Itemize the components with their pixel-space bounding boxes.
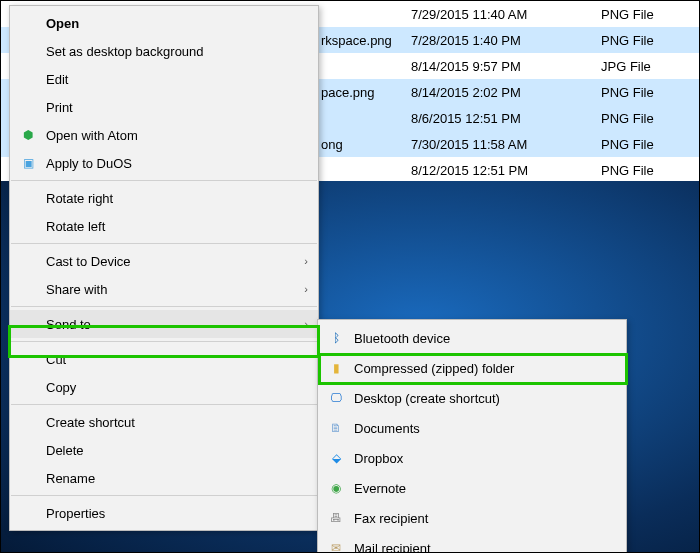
submenu-label: Bluetooth device (354, 331, 450, 346)
dropbox-icon: ⬙ (328, 450, 344, 466)
submenu-documents[interactable]: 🗎Documents (318, 413, 626, 443)
submenu-label: Dropbox (354, 451, 403, 466)
file-type: PNG File (601, 137, 691, 152)
menu-rotate-left[interactable]: Rotate left (10, 212, 318, 240)
menu-label: Cast to Device (46, 254, 131, 269)
menu-edit[interactable]: Edit (10, 65, 318, 93)
menu-label: Rotate left (46, 219, 105, 234)
file-name: pace.png (321, 85, 411, 100)
file-type: PNG File (601, 163, 691, 178)
menu-separator (11, 306, 317, 307)
file-date: 8/6/2015 12:51 PM (411, 111, 601, 126)
mail-icon: ✉ (328, 540, 344, 553)
menu-label: Share with (46, 282, 107, 297)
menu-label: Print (46, 100, 73, 115)
menu-cut[interactable]: Cut (10, 345, 318, 373)
submenu-mail-recipient[interactable]: ✉Mail recipient (318, 533, 626, 553)
menu-label: Create shortcut (46, 415, 135, 430)
file-date: 8/14/2015 2:02 PM (411, 85, 601, 100)
desktop-icon: 🖵 (328, 390, 344, 406)
submenu-bluetooth-device[interactable]: ᛒBluetooth device (318, 323, 626, 353)
menu-label: Properties (46, 506, 105, 521)
file-name: ong (321, 137, 411, 152)
menu-send-to[interactable]: Send to› (10, 310, 318, 338)
menu-open-with-atom[interactable]: Open with Atom⬢ (10, 121, 318, 149)
file-date: 7/28/2015 1:40 PM (411, 33, 601, 48)
submenu-fax-recipient[interactable]: 🖷Fax recipient (318, 503, 626, 533)
atom-icon: ⬢ (20, 127, 36, 143)
menu-label: Open with Atom (46, 128, 138, 143)
submenu-label: Fax recipient (354, 511, 428, 526)
evernote-icon: ◉ (328, 480, 344, 496)
file-type: PNG File (601, 33, 691, 48)
menu-label: Delete (46, 443, 84, 458)
zip-icon: ▮ (328, 360, 344, 376)
chevron-right-icon: › (304, 318, 308, 330)
menu-label: Apply to DuOS (46, 156, 132, 171)
menu-set-as-desktop-background[interactable]: Set as desktop background (10, 37, 318, 65)
menu-rename[interactable]: Rename (10, 464, 318, 492)
chevron-right-icon: › (304, 283, 308, 295)
menu-label: Set as desktop background (46, 44, 204, 59)
menu-label: Send to (46, 317, 91, 332)
file-date: 8/12/2015 12:51 PM (411, 163, 601, 178)
bluetooth-icon: ᛒ (328, 330, 344, 346)
submenu-desktop-create-shortcut-[interactable]: 🖵Desktop (create shortcut) (318, 383, 626, 413)
menu-apply-to-duos[interactable]: Apply to DuOS▣ (10, 149, 318, 177)
chevron-right-icon: › (304, 255, 308, 267)
menu-label: Copy (46, 380, 76, 395)
menu-cast-to-device[interactable]: Cast to Device› (10, 247, 318, 275)
submenu-label: Documents (354, 421, 420, 436)
submenu-label: Compressed (zipped) folder (354, 361, 514, 376)
file-date: 8/14/2015 9:57 PM (411, 59, 601, 74)
menu-copy[interactable]: Copy (10, 373, 318, 401)
fax-icon: 🖷 (328, 510, 344, 526)
submenu-label: Evernote (354, 481, 406, 496)
file-type: PNG File (601, 7, 691, 22)
file-type: JPG File (601, 59, 691, 74)
file-name: rkspace.png (321, 33, 411, 48)
submenu-label: Desktop (create shortcut) (354, 391, 500, 406)
sendto-submenu: ᛒBluetooth device▮Compressed (zipped) fo… (317, 319, 627, 553)
submenu-compressed-zipped-folder[interactable]: ▮Compressed (zipped) folder (318, 353, 626, 383)
menu-separator (11, 341, 317, 342)
menu-separator (11, 404, 317, 405)
menu-create-shortcut[interactable]: Create shortcut (10, 408, 318, 436)
menu-open[interactable]: Open (10, 9, 318, 37)
menu-separator (11, 495, 317, 496)
file-date: 7/30/2015 11:58 AM (411, 137, 601, 152)
menu-label: Cut (46, 352, 66, 367)
menu-properties[interactable]: Properties (10, 499, 318, 527)
context-menu: OpenSet as desktop backgroundEditPrintOp… (9, 5, 319, 531)
menu-label: Edit (46, 72, 68, 87)
menu-label: Rotate right (46, 191, 113, 206)
documents-icon: 🗎 (328, 420, 344, 436)
menu-separator (11, 180, 317, 181)
menu-rotate-right[interactable]: Rotate right (10, 184, 318, 212)
menu-print[interactable]: Print (10, 93, 318, 121)
menu-separator (11, 243, 317, 244)
duos-icon: ▣ (20, 155, 36, 171)
file-type: PNG File (601, 111, 691, 126)
menu-delete[interactable]: Delete (10, 436, 318, 464)
submenu-evernote[interactable]: ◉Evernote (318, 473, 626, 503)
file-date: 7/29/2015 11:40 AM (411, 7, 601, 22)
file-type: PNG File (601, 85, 691, 100)
submenu-dropbox[interactable]: ⬙Dropbox (318, 443, 626, 473)
submenu-label: Mail recipient (354, 541, 431, 554)
menu-share-with[interactable]: Share with› (10, 275, 318, 303)
menu-label: Open (46, 16, 79, 31)
menu-label: Rename (46, 471, 95, 486)
